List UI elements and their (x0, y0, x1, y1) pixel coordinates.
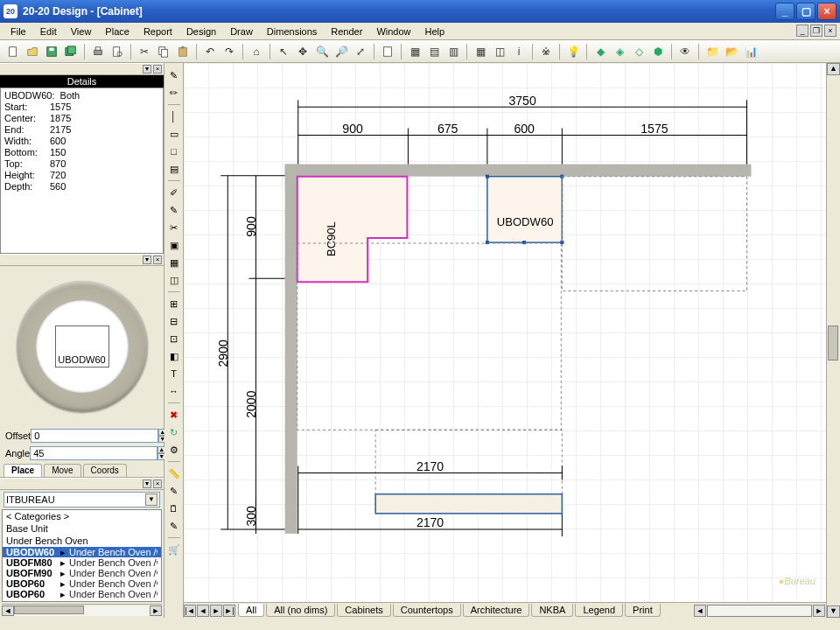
angle-input[interactable] (30, 446, 158, 460)
save-button[interactable] (43, 43, 60, 60)
info-button[interactable]: i (510, 43, 528, 60)
cut-button[interactable]: ✂ (136, 43, 153, 60)
gear-icon[interactable]: ⚙ (166, 442, 182, 458)
open-button[interactable] (24, 43, 41, 60)
render2-button[interactable]: ◈ (611, 43, 628, 60)
tab-place[interactable]: Place (4, 464, 42, 477)
new-button[interactable] (4, 43, 22, 60)
hscroll-right-button[interactable]: ► (813, 605, 825, 617)
tool-b-icon[interactable]: ✎ (166, 202, 182, 218)
cabinet-ubodw60[interactable] (487, 177, 562, 242)
catalog-hscroll[interactable]: ◄ ► (2, 604, 162, 616)
catalog-combo[interactable]: ITBUREAU ▼ (4, 492, 160, 508)
menu-render[interactable]: Render (324, 24, 369, 38)
menu-draw[interactable]: Draw (223, 24, 260, 38)
window-tool-icon[interactable]: ⊞ (166, 296, 182, 312)
panel-close-icon[interactable]: × (153, 256, 162, 264)
select-button[interactable]: ↖ (275, 43, 292, 60)
misc-button[interactable]: ※ (537, 43, 555, 60)
btab-legend[interactable]: Legend (575, 604, 623, 617)
render3-button[interactable]: ◇ (630, 43, 648, 60)
wall-icon[interactable]: ▭ (166, 126, 182, 142)
snap-button[interactable]: ◫ (491, 43, 508, 60)
home-button[interactable]: ⌂ (248, 43, 265, 60)
folder2-button[interactable]: 📂 (723, 43, 740, 60)
zoom-out-button[interactable]: 🔎 (332, 43, 350, 60)
tool-a-icon[interactable]: ✐ (166, 185, 182, 200)
hscroll-left-button[interactable]: ◄ (694, 605, 706, 617)
menu-file[interactable]: File (4, 24, 33, 38)
menu-place[interactable]: Place (98, 24, 136, 38)
btab-allnodims[interactable]: All (no dims) (266, 604, 335, 617)
eyedrop-icon[interactable]: ✎ (166, 518, 182, 534)
close-button[interactable]: × (817, 3, 836, 20)
btab-countertops[interactable]: Countertops (393, 604, 461, 617)
paste-button[interactable] (174, 43, 192, 60)
layout3-button[interactable]: ▥ (444, 43, 462, 60)
vscroll-thumb[interactable] (828, 326, 838, 360)
pin-icon[interactable]: ▾ (143, 65, 151, 74)
menu-report[interactable]: Report (136, 24, 179, 38)
btab-print[interactable]: Print (625, 604, 661, 617)
cart-icon[interactable]: 🛒 (166, 542, 182, 557)
menu-window[interactable]: Window (369, 24, 417, 38)
scroll-left-icon[interactable]: ◄ (2, 606, 14, 616)
pin-icon[interactable]: ▾ (143, 256, 151, 264)
copy-button[interactable] (155, 43, 172, 60)
menu-help[interactable]: Help (418, 24, 452, 38)
grid-button[interactable]: ▦ (472, 43, 489, 60)
catalog-item[interactable]: UBODW60▸Under Bench Oven /w Draw (3, 547, 161, 557)
delete-icon[interactable]: ✖ (166, 407, 182, 423)
pan-button[interactable]: ✥ (294, 43, 312, 60)
catalog-item[interactable]: UBOFM90▸Under Bench Oven /w Fram (3, 568, 161, 578)
menu-dimensions[interactable]: Dimensions (260, 24, 324, 38)
drawing-canvas[interactable]: 3750 900 675 600 1575 2900 (184, 63, 826, 618)
rect-icon[interactable]: □ (166, 144, 182, 159)
scroll-down-icon[interactable]: ▼ (827, 606, 840, 618)
tab-move[interactable]: Move (44, 464, 80, 477)
menu-design[interactable]: Design (179, 24, 223, 38)
bulb-button[interactable]: 💡 (564, 43, 582, 60)
opening-tool-icon[interactable]: ⊡ (166, 331, 182, 346)
mdi-restore-button[interactable]: ❐ (810, 24, 822, 37)
placement-wheel[interactable]: UBODW60 (0, 266, 164, 427)
tool-f-icon[interactable]: ◫ (166, 272, 182, 288)
chart-button[interactable]: 📊 (742, 43, 760, 60)
render1-button[interactable]: ◆ (592, 43, 609, 60)
save-all-button[interactable] (62, 43, 80, 60)
catalog-list[interactable]: < Categories > Base Unit Under Bench Ove… (2, 509, 162, 602)
catalog-item[interactable]: UBODA60▸Under Bench Oven /w Draw (3, 599, 161, 602)
layout1-button[interactable]: ▦ (406, 43, 424, 60)
tool-d-icon[interactable]: ▣ (166, 237, 182, 253)
btab-architecture[interactable]: Architecture (463, 604, 530, 617)
maximize-button[interactable]: ▢ (796, 3, 816, 20)
cabinet-bc90l[interactable] (298, 177, 408, 283)
tool-c-icon[interactable]: ✂ (166, 220, 182, 235)
catalog-oven-group[interactable]: Under Bench Oven (3, 535, 161, 547)
canvas-vscroll[interactable]: ▲ ▼ (826, 63, 840, 618)
tab-coords[interactable]: Coords (83, 464, 127, 477)
panel-close-icon[interactable]: × (153, 480, 162, 488)
layout2-button[interactable]: ▤ (425, 43, 443, 60)
render4-button[interactable]: ⬢ (649, 43, 667, 60)
tool-e-icon[interactable]: ▦ (166, 255, 182, 270)
hscroll-track[interactable] (707, 605, 812, 617)
mdi-minimize-button[interactable]: _ (796, 24, 808, 37)
panel-close-icon[interactable]: × (153, 65, 162, 74)
catalog-item[interactable]: UBOP60▸Under Bench Oven /w Pane (3, 589, 161, 599)
sheet-last-button[interactable]: ►| (223, 605, 235, 617)
hatch-icon[interactable]: ▤ (166, 161, 182, 177)
mdi-close-button[interactable]: × (824, 24, 836, 37)
sheet-prev-button[interactable]: ◄ (197, 605, 209, 617)
chevron-down-icon[interactable]: ▼ (145, 494, 158, 506)
eye-button[interactable]: 👁 (676, 43, 694, 60)
pen-icon[interactable]: ✏ (166, 85, 182, 101)
dim-tool-icon[interactable]: ↔ (166, 383, 182, 399)
page-button[interactable] (379, 43, 396, 60)
zoom-in-button[interactable]: 🔍 (313, 43, 331, 60)
minimize-button[interactable]: _ (775, 3, 794, 20)
text-tool-icon[interactable]: T (166, 366, 182, 382)
undo-button[interactable]: ↶ (201, 43, 219, 60)
catalog-item[interactable]: UBOFM80▸Under Bench Oven /w Fram (3, 557, 161, 568)
note-icon[interactable]: 🗒 (166, 500, 182, 516)
